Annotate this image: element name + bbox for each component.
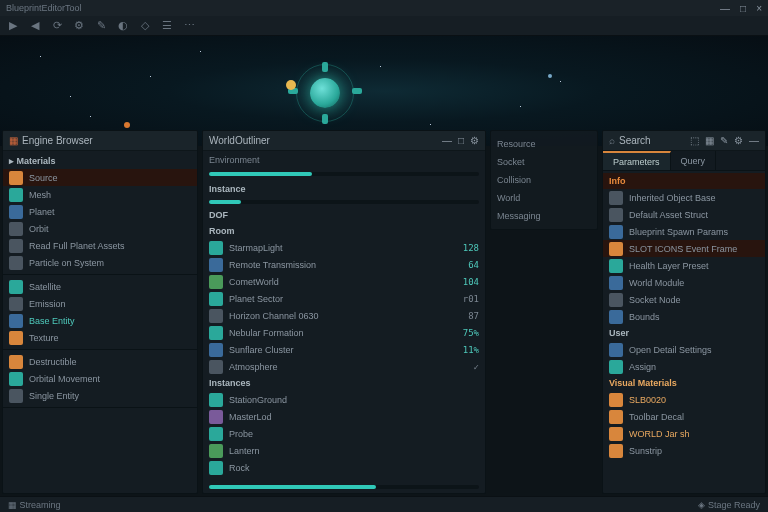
detail-row[interactable]: WORLD Jar sh — [603, 425, 765, 442]
item-value: 11% — [463, 345, 479, 355]
section-header[interactable]: User — [603, 325, 765, 341]
panel-action-0[interactable]: — — [442, 135, 452, 146]
outline-row[interactable]: Rock — [203, 459, 485, 476]
tab-parameters[interactable]: Parameters — [603, 151, 671, 170]
panel-action-2[interactable]: ⚙ — [470, 135, 479, 146]
toolbar-button-4[interactable]: ✎ — [94, 19, 108, 33]
close-button[interactable]: × — [756, 3, 762, 14]
outline-row[interactable]: Horizon Channel 063087 — [203, 307, 485, 324]
item-label: Emission — [29, 299, 191, 309]
item-label: Source — [29, 173, 191, 183]
tab-query[interactable]: Query — [671, 151, 717, 170]
maximize-button[interactable]: □ — [740, 3, 746, 14]
list-item[interactable]: Orbit — [3, 220, 197, 237]
item-icon — [9, 205, 23, 219]
section-header[interactable]: Room — [203, 223, 485, 239]
shortcut-item[interactable]: Socket — [497, 153, 591, 171]
list-item[interactable]: Texture — [3, 329, 197, 346]
shortcut-item[interactable]: World — [497, 189, 591, 207]
item-label: Read Full Planet Assets — [29, 241, 191, 251]
outline-row[interactable]: Remote Transmission64 — [203, 256, 485, 273]
shortcut-item[interactable]: Resource — [497, 135, 591, 153]
list-item[interactable]: Read Full Planet Assets — [3, 237, 197, 254]
detail-row[interactable]: Toolbar Decal — [603, 408, 765, 425]
list-item[interactable]: Mesh — [3, 186, 197, 203]
section-header[interactable]: ▸ Materials — [3, 153, 197, 169]
detail-row[interactable]: Inherited Object Base — [603, 189, 765, 206]
outline-row[interactable]: MasterLod — [203, 408, 485, 425]
header-icon-2[interactable]: ✎ — [720, 135, 728, 146]
list-item[interactable]: Planet — [3, 203, 197, 220]
detail-row[interactable]: Bounds — [603, 308, 765, 325]
item-label: Particle on System — [29, 258, 191, 268]
outline-row[interactable]: Nebular Formation75% — [203, 324, 485, 341]
detail-row[interactable]: Socket Node — [603, 291, 765, 308]
search-icon[interactable]: ⌕ — [609, 135, 615, 146]
detail-row[interactable]: Open Detail Settings — [603, 341, 765, 358]
section-header[interactable]: Instances — [203, 375, 485, 391]
toolbar-button-0[interactable]: ▶ — [6, 19, 20, 33]
moon-icon — [286, 80, 296, 90]
toolbar-button-2[interactable]: ⟳ — [50, 19, 64, 33]
header-icon-0[interactable]: ⬚ — [690, 135, 699, 146]
item-icon — [609, 225, 623, 239]
section-header[interactable]: Info — [603, 173, 765, 189]
list-item[interactable]: Emission — [3, 295, 197, 312]
detail-row[interactable]: World Module — [603, 274, 765, 291]
section-header[interactable]: Visual Materials — [603, 375, 765, 391]
outline-row[interactable]: CometWorld104 — [203, 273, 485, 290]
toolbar-button-6[interactable]: ◇ — [138, 19, 152, 33]
list-item[interactable]: Source — [3, 169, 197, 186]
list-item[interactable]: Single Entity — [3, 387, 197, 404]
item-label: Open Detail Settings — [629, 345, 759, 355]
detail-row[interactable]: Assign — [603, 358, 765, 375]
outline-row[interactable]: Planet Sectorr01 — [203, 290, 485, 307]
item-label: Planet Sector — [229, 294, 457, 304]
list-item[interactable]: Particle on System — [3, 254, 197, 271]
list-item[interactable]: Destructible — [3, 353, 197, 370]
detail-row[interactable]: Default Asset Struct — [603, 206, 765, 223]
panel-icon: ▦ — [9, 135, 18, 146]
header-icon-1[interactable]: ▦ — [705, 135, 714, 146]
header-icon-3[interactable]: ⚙ — [734, 135, 743, 146]
item-icon — [209, 309, 223, 323]
outline-row[interactable]: Atmosphere✓ — [203, 358, 485, 375]
item-value: 87 — [468, 311, 479, 321]
list-item[interactable]: Satellite — [3, 278, 197, 295]
list-item[interactable]: Orbital Movement — [3, 370, 197, 387]
item-label: Nebular Formation — [229, 328, 457, 338]
minimize-button[interactable]: — — [720, 3, 730, 14]
detail-row[interactable]: Sunstrip — [603, 442, 765, 459]
item-icon — [609, 242, 623, 256]
shortcut-item[interactable]: Messaging — [497, 207, 591, 225]
outline-row[interactable]: StarmapLight128 — [203, 239, 485, 256]
outline-row[interactable]: StationGround — [203, 391, 485, 408]
item-icon — [9, 355, 23, 369]
panel-action-1[interactable]: □ — [458, 135, 464, 146]
outline-row[interactable]: Sunflare Cluster11% — [203, 341, 485, 358]
detail-row[interactable]: SLOT ICONS Event Frame — [603, 240, 765, 257]
toolbar-button-7[interactable]: ☰ — [160, 19, 174, 33]
section-header[interactable]: DOF — [203, 207, 485, 223]
search-label[interactable]: Search — [619, 135, 651, 146]
header-icon-4[interactable]: — — [749, 135, 759, 146]
detail-row[interactable]: Blueprint Spawn Params — [603, 223, 765, 240]
outline-row[interactable]: Probe — [203, 425, 485, 442]
section-header[interactable]: Instance — [203, 181, 485, 197]
shortcut-item[interactable]: Collision — [497, 171, 591, 189]
item-label: Texture — [29, 333, 191, 343]
list-item[interactable]: Base Entity — [3, 312, 197, 329]
item-icon — [9, 239, 23, 253]
detail-row[interactable]: SLB0020 — [603, 391, 765, 408]
tab-environment[interactable]: Environment — [203, 151, 485, 169]
toolbar-button-5[interactable]: ◐ — [116, 19, 130, 33]
star-icon — [560, 81, 561, 82]
orbit-node-icon — [322, 62, 328, 72]
item-icon — [9, 222, 23, 236]
outline-row[interactable]: Lantern — [203, 442, 485, 459]
toolbar-button-3[interactable]: ⚙ — [72, 19, 86, 33]
item-label: Bounds — [629, 312, 759, 322]
toolbar-button-8[interactable]: ⋯ — [182, 19, 196, 33]
detail-row[interactable]: Health Layer Preset — [603, 257, 765, 274]
toolbar-button-1[interactable]: ◀ — [28, 19, 42, 33]
